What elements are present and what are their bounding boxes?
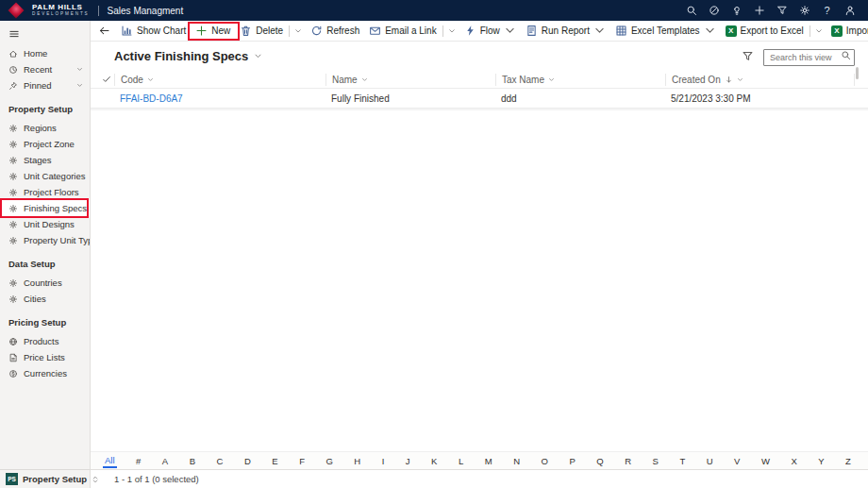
- jump-letter-h[interactable]: H: [352, 455, 362, 467]
- table-row[interactable]: FFAI-BD-D6A7 Fully Finished ddd 5/21/202…: [91, 89, 868, 109]
- jump-letter-p[interactable]: P: [567, 455, 576, 467]
- record-link-code[interactable]: FFAI-BD-D6A7: [120, 93, 183, 104]
- jump-letter-q[interactable]: Q: [594, 455, 605, 467]
- jump-letter-l[interactable]: L: [457, 455, 465, 467]
- show-chart-button[interactable]: Show Chart: [116, 21, 191, 41]
- sidebar-item-project-zone[interactable]: Project Zone: [0, 136, 90, 152]
- entity-gear-icon: [8, 156, 18, 165]
- sidebar-item-project-floors[interactable]: Project Floors: [0, 184, 90, 200]
- email-more-chevron-icon[interactable]: [444, 21, 459, 41]
- column-header-code[interactable]: Code: [114, 74, 326, 86]
- jump-letter-s[interactable]: S: [651, 455, 660, 467]
- tax-name-header-label: Tax Name: [502, 75, 544, 85]
- jump-letter-c[interactable]: C: [215, 455, 225, 467]
- column-header-name[interactable]: Name: [326, 74, 495, 86]
- palm-hills-logo[interactable]: PALM HILLS DEVELOPMENTS: [0, 4, 90, 16]
- column-header-created-on[interactable]: Created On: [665, 74, 854, 86]
- excel-templates-button[interactable]: Excel Templates: [610, 21, 721, 41]
- jump-letter-n[interactable]: N: [511, 455, 522, 467]
- sitemap-toggle-button[interactable]: [0, 21, 90, 45]
- chevron-down-icon: [548, 76, 555, 83]
- export-more-chevron-icon[interactable]: [811, 21, 826, 41]
- sidebar-item-stages[interactable]: Stages: [0, 152, 90, 168]
- stages-label: Stages: [24, 155, 52, 165]
- sidebar-item-currencies[interactable]: Currencies: [0, 365, 90, 381]
- app-name[interactable]: Sales Managment: [108, 6, 184, 16]
- excel-templates-label: Excel Templates: [631, 25, 700, 36]
- sidebar-item-cities[interactable]: Cities: [0, 291, 90, 307]
- search-icon[interactable]: [685, 5, 697, 17]
- back-button[interactable]: [91, 25, 116, 37]
- jump-letter-d[interactable]: D: [242, 455, 253, 467]
- delete-more-chevron-icon[interactable]: [291, 21, 306, 41]
- unit-categories-label: Unit Categories: [24, 171, 85, 181]
- chevron-down-icon[interactable]: [76, 82, 83, 89]
- circle-slash-icon[interactable]: [708, 5, 720, 17]
- delete-button[interactable]: Delete: [235, 21, 288, 41]
- new-button[interactable]: New: [191, 21, 235, 41]
- site-map-sidebar: Home Recent Pinned Property Setup Region…: [0, 21, 91, 469]
- export-to-excel-button[interactable]: Export to Excel: [721, 21, 809, 41]
- jump-letter-f[interactable]: F: [297, 455, 307, 467]
- help-icon[interactable]: ?: [821, 5, 833, 17]
- jump-letter-i[interactable]: I: [380, 455, 387, 467]
- flow-button[interactable]: Flow: [459, 21, 521, 41]
- sidebar-item-pinned[interactable]: Pinned: [0, 77, 90, 93]
- account-person-icon[interactable]: [843, 5, 856, 17]
- created-on-header-label: Created On: [672, 75, 721, 85]
- jump-letter-u[interactable]: U: [705, 455, 715, 467]
- settings-gear-icon[interactable]: [798, 5, 810, 17]
- sidebar-item-unit-designs[interactable]: Unit Designs: [0, 216, 90, 232]
- filter-funnel-icon[interactable]: [742, 50, 754, 62]
- jump-all[interactable]: All: [103, 454, 117, 468]
- run-report-button[interactable]: Run Report: [521, 21, 610, 41]
- sidebar-item-unit-categories[interactable]: Unit Categories: [0, 168, 90, 184]
- alphabet-jump-bar: All # A B C D E F G H I J K L M N O P Q …: [91, 451, 868, 469]
- jump-letter-y[interactable]: Y: [816, 455, 826, 467]
- sidebar-item-property-unit-types[interactable]: Property Unit Types: [0, 232, 90, 248]
- sidebar-item-countries[interactable]: Countries: [0, 275, 90, 291]
- column-header-tax-name[interactable]: Tax Name: [495, 74, 665, 86]
- cell-tax-name: ddd: [495, 93, 665, 104]
- topbar-icon-group: ?: [685, 5, 868, 17]
- jump-letter-v[interactable]: V: [732, 455, 742, 467]
- view-selector-chevron-icon[interactable]: [254, 52, 262, 60]
- jump-letter-b[interactable]: B: [188, 455, 197, 467]
- search-icon[interactable]: [841, 50, 851, 60]
- select-all-checkbox[interactable]: [91, 74, 114, 86]
- jump-letter-x[interactable]: X: [789, 455, 798, 467]
- view-title[interactable]: Active Finishing Specs: [114, 49, 248, 63]
- jump-letter-j[interactable]: J: [404, 455, 412, 467]
- import-from-excel-button[interactable]: Import from Excel: [826, 21, 868, 41]
- jump-letter-o[interactable]: O: [540, 455, 550, 467]
- jump-letter-g[interactable]: G: [324, 455, 334, 467]
- advanced-find-filter-icon[interactable]: [776, 5, 788, 17]
- sidebar-item-home[interactable]: Home: [0, 45, 90, 61]
- topbar-divider: [98, 6, 99, 16]
- area-switcher[interactable]: PS Property Setup: [0, 469, 91, 488]
- sidebar-item-recent[interactable]: Recent: [0, 61, 90, 77]
- jump-letter-z[interactable]: Z: [843, 455, 853, 467]
- jump-letter-a[interactable]: A: [160, 455, 170, 467]
- clock-icon: [8, 65, 18, 75]
- jump-hash[interactable]: #: [134, 455, 142, 467]
- jump-letter-r[interactable]: R: [623, 455, 633, 467]
- jump-letter-m[interactable]: M: [483, 455, 494, 467]
- refresh-button[interactable]: Refresh: [306, 21, 364, 41]
- code-header-label: Code: [121, 75, 143, 85]
- lightbulb-icon[interactable]: [730, 5, 743, 17]
- section-title-property-setup: Property Setup: [0, 93, 90, 120]
- email-a-link-button[interactable]: Email a Link: [364, 21, 441, 41]
- jump-letter-k[interactable]: K: [429, 455, 439, 467]
- sidebar-item-finishing-specs[interactable]: Finishing Specs: [0, 200, 90, 216]
- countries-label: Countries: [24, 278, 62, 288]
- jump-letter-w[interactable]: W: [760, 455, 772, 467]
- chevron-down-icon[interactable]: [76, 66, 83, 73]
- jump-letter-t[interactable]: T: [677, 455, 687, 467]
- sidebar-item-regions[interactable]: Regions: [0, 120, 90, 136]
- sidebar-item-products[interactable]: Products: [0, 333, 90, 349]
- quick-create-plus-icon[interactable]: [753, 5, 765, 17]
- vertical-scrollbar[interactable]: [856, 67, 859, 79]
- sidebar-item-price-lists[interactable]: Price Lists: [0, 349, 90, 365]
- jump-letter-e[interactable]: E: [270, 455, 279, 467]
